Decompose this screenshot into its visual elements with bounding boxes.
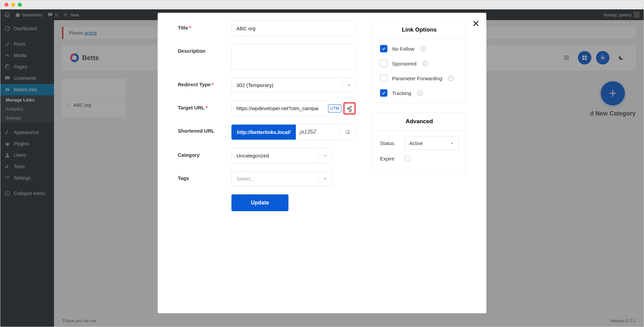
sponsored-checkbox[interactable]	[380, 60, 387, 67]
svg-rect-40	[346, 130, 348, 133]
param-forwarding-checkbox[interactable]	[380, 75, 387, 82]
sponsored-label: Sponsored	[392, 61, 417, 66]
title-input[interactable]: ABC org	[231, 21, 356, 36]
copy-icon	[345, 129, 351, 135]
target-url-input[interactable]: https://wpdeveloper.net?utm_campai	[231, 101, 328, 116]
chevron-down-icon	[318, 172, 332, 186]
description-textarea[interactable]	[231, 44, 356, 69]
chevron-down-icon	[449, 141, 454, 146]
link-options-title: Link Options	[373, 21, 466, 39]
param-forwarding-label: Parameter Forwarding	[392, 76, 442, 81]
description-label: Description	[178, 44, 231, 54]
short-url-slug-input[interactable]: ja1352	[296, 124, 340, 140]
expire-checkbox[interactable]	[405, 156, 410, 161]
info-icon[interactable]: i	[417, 90, 423, 96]
link-options-panel: Link Options No Follow i Sponsored i	[372, 21, 466, 103]
info-icon[interactable]: i	[448, 76, 453, 81]
mac-minimize-dot[interactable]	[11, 3, 15, 7]
nofollow-label: No Follow	[392, 46, 415, 52]
redirect-select[interactable]: 302 (Temporary)	[231, 78, 356, 93]
tags-select[interactable]: Select...	[231, 171, 332, 186]
shortened-url-label: Shortened URL	[178, 124, 231, 134]
copy-button[interactable]	[340, 124, 356, 140]
tracking-label: Tracking	[392, 90, 411, 96]
utm-button[interactable]: UTM	[328, 104, 341, 112]
mac-zoom-dot[interactable]	[18, 3, 22, 7]
mac-window-chrome	[0, 0, 644, 9]
target-url-label: Target URL*	[178, 101, 231, 110]
chevron-down-icon	[318, 148, 332, 163]
status-label: Status	[380, 140, 399, 146]
advanced-title: Advanced	[373, 113, 466, 131]
short-url-base: http://betterlinks.local/	[231, 125, 296, 140]
redirect-label: Redirect Type*	[178, 78, 231, 87]
info-icon[interactable]: i	[421, 46, 426, 51]
tracking-checkbox[interactable]	[380, 89, 387, 97]
advanced-panel: Advanced Status Active Expire	[372, 112, 466, 174]
category-select[interactable]: Uncategorized	[231, 148, 332, 163]
tags-label: Tags	[178, 171, 231, 181]
cursor-pointer-icon	[347, 108, 353, 114]
update-button[interactable]: Update	[231, 194, 288, 211]
category-label: Category	[178, 148, 231, 158]
chevron-down-icon	[342, 78, 355, 92]
mac-close-dot[interactable]	[4, 3, 8, 7]
share-button[interactable]	[343, 102, 356, 114]
edit-link-modal: ✕ Title* ABC org Description Redirect Ty…	[158, 13, 486, 313]
expire-label: Expire	[380, 156, 399, 161]
status-select[interactable]: Active	[405, 137, 459, 150]
modal-backdrop[interactable]: ✕ Title* ABC org Description Redirect Ty…	[0, 9, 644, 327]
modal-close-icon[interactable]: ✕	[472, 18, 480, 29]
info-icon[interactable]: i	[423, 61, 428, 66]
title-label: Title*	[178, 21, 231, 31]
nofollow-checkbox[interactable]	[380, 45, 387, 52]
